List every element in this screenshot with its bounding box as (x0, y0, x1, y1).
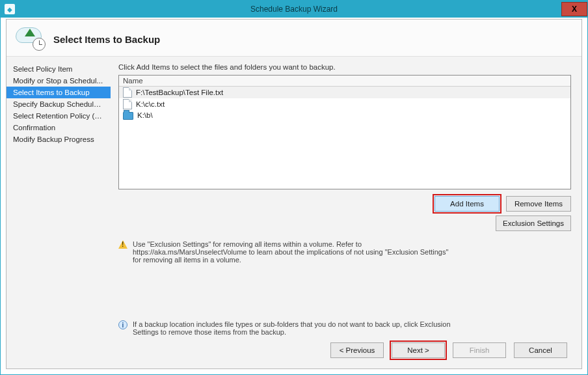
wizard-inner: Select Items to Backup Select Policy Ite… (6, 19, 582, 369)
list-item-label: F:\TestBackup\Test File.txt (136, 89, 223, 96)
finish-button: Finish (453, 342, 506, 358)
titlebar[interactable]: ◆ Schedule Backup Wizard X (1, 1, 587, 18)
client-area: Select Items to Backup Select Policy Ite… (1, 18, 587, 374)
page-title: Select Items to Backup (53, 34, 160, 45)
list-item[interactable]: F:\TestBackup\Test File.txt (119, 87, 570, 98)
wizard-header: Select Items to Backup (7, 20, 581, 57)
list-item[interactable]: K:\b\ (119, 110, 570, 120)
list-column-name[interactable]: Name (119, 76, 570, 87)
main-panel: Click Add Items to select the files and … (111, 57, 581, 368)
sidebar-step-specify-schedule[interactable]: Specify Backup Schedule ... (7, 98, 111, 110)
folder-icon (123, 112, 133, 120)
warning-text: Use "Exclusion Settings" for removing al… (133, 240, 457, 264)
sidebar-step-retention[interactable]: Select Retention Policy (F... (7, 110, 111, 122)
sidebar-step-modify-stop[interactable]: Modify or Stop a Schedul... (7, 75, 111, 87)
instruction-text: Click Add Items to select the files and … (118, 63, 571, 71)
warning-icon (118, 240, 127, 249)
remove-items-button[interactable]: Remove Items (506, 196, 571, 212)
wizard-steps-sidebar: Select Policy Item Modify or Stop a Sche… (7, 57, 111, 368)
cancel-button[interactable]: Cancel (514, 342, 567, 358)
sidebar-step-select-items[interactable]: Select Items to Backup (7, 87, 111, 98)
wizard-footer: < Previous Next > Finish Cancel (118, 336, 571, 362)
item-buttons-row: Add Items Remove Items (118, 196, 571, 212)
next-button[interactable]: Next > (392, 342, 445, 358)
items-listbox[interactable]: Name F:\TestBackup\Test File.txt K:\c\c.… (118, 75, 571, 189)
sidebar-step-select-policy[interactable]: Select Policy Item (7, 63, 111, 75)
list-rows: F:\TestBackup\Test File.txt K:\c\c.txt K… (119, 87, 570, 189)
info-note: i If a backup location includes file typ… (118, 320, 457, 336)
add-items-button[interactable]: Add Items (434, 196, 500, 212)
sidebar-step-progress[interactable]: Modify Backup Progress (7, 133, 111, 145)
backup-cloud-icon (16, 27, 46, 51)
file-icon (123, 99, 132, 109)
warning-note: Use "Exclusion Settings" for removing al… (118, 240, 457, 264)
wizard-window: ◆ Schedule Backup Wizard X Select Items … (0, 0, 588, 375)
exclusion-settings-button[interactable]: Exclusion Settings (496, 215, 571, 231)
wizard-body: Select Policy Item Modify or Stop a Sche… (7, 57, 581, 368)
previous-button[interactable]: < Previous (330, 342, 384, 358)
sidebar-step-confirmation[interactable]: Confirmation (7, 122, 111, 133)
list-item-label: K:\c\c.txt (136, 100, 165, 108)
list-item-label: K:\b\ (137, 111, 153, 119)
info-text: If a backup location includes file types… (133, 320, 457, 336)
window-title: Schedule Backup Wizard (1, 5, 587, 14)
info-icon: i (118, 320, 127, 329)
list-item[interactable]: K:\c\c.txt (119, 98, 570, 110)
exclusion-row: Exclusion Settings (118, 215, 571, 231)
file-icon (123, 87, 132, 98)
